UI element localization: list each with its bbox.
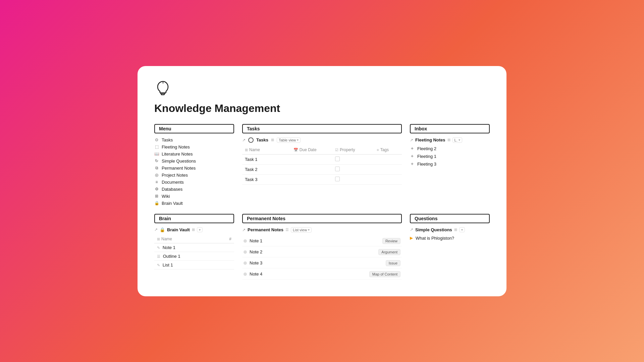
checkbox-task1[interactable]: [335, 157, 340, 161]
note-tag: Argument: [378, 249, 400, 255]
menu-list: ⊙ Tasks ⬚ Fleeting Notes 📖 Literature No…: [154, 137, 234, 206]
note-tag: Review: [382, 238, 400, 244]
gear-icon: ⚙: [154, 187, 159, 191]
list-item[interactable]: Note 3 Issue: [242, 258, 402, 268]
brain-subheader-label: Brain Vault: [167, 227, 190, 232]
menu-item-brain-vault[interactable]: 🔒 Brain Vault: [154, 201, 234, 206]
list-icon: ≡: [154, 180, 159, 184]
tasks-header: Tasks: [242, 124, 402, 133]
inbox-item-fleeting3[interactable]: ✦ Fleeting 3: [410, 162, 490, 167]
chevron-down-icon: ▾: [297, 138, 299, 142]
svg-rect-1: [161, 94, 164, 95]
menu-item-fleeting-notes[interactable]: ⬚ Fleeting Notes: [154, 144, 234, 149]
note-dot: [244, 273, 247, 276]
plus-icon3: ✦: [410, 162, 415, 166]
tasks-table: ⊞Name 📅Due Date ☑Property ≡Tags Task 1: [242, 145, 402, 185]
copy-icon: ⧉: [154, 166, 159, 170]
tasks-subheader-label: Tasks: [256, 137, 268, 142]
permanent-notes-widget: Permanent Notes ↗ Permanent Notes ☰ List…: [242, 214, 402, 280]
plus-icon: ✦: [410, 146, 415, 151]
question-item[interactable]: ▶ What is Phlogiston?: [410, 236, 490, 241]
chevron-down-icon5: ▾: [461, 228, 463, 232]
col-tags: ≡Tags: [374, 145, 402, 155]
main-card: Knowledge Management Menu ⊙ Tasks ⬚ Flee…: [138, 66, 506, 296]
target-icon: ◎: [154, 173, 159, 177]
table-row[interactable]: ✎ List 1: [154, 260, 234, 269]
tasks-subheader: ↗ Tasks ⊞ Table view ▾: [242, 137, 402, 143]
menu-item-project-notes[interactable]: ◎ Project Notes: [154, 173, 234, 178]
brain-arrow: ↗: [154, 227, 158, 232]
inbox-icon: ⬚: [154, 144, 159, 149]
refresh-icon: ↻: [154, 159, 159, 163]
note-dot: [244, 250, 247, 254]
q-subheader: ↗ Simple Questions ⊞ ▾: [410, 227, 490, 232]
plus-icon2: ✦: [410, 154, 415, 159]
inbox-item-fleeting2[interactable]: ✦ Fleeting 2: [410, 146, 490, 151]
page-title: Knowledge Management: [154, 102, 490, 115]
q-bullet-icon: ▶: [410, 236, 413, 240]
perm-list-icon: ☰: [285, 228, 289, 232]
brain-view-dropdown[interactable]: ▾: [197, 227, 203, 232]
perm-subheader-label: Permanent Notes: [248, 227, 283, 232]
list-item[interactable]: Note 1 Review: [242, 236, 402, 246]
lock-icon: 🔒: [154, 201, 159, 205]
view-dropdown[interactable]: Table view ▾: [277, 137, 301, 143]
tasks-circle-icon: [248, 137, 254, 143]
inbox-subheader-label: Fleeting Notes: [415, 137, 445, 142]
tasks-widget: Tasks ↗ Tasks ⊞ Table view ▾ ⊞Name 📅Due …: [242, 124, 402, 206]
list-item[interactable]: Note 4 Map of Content: [242, 269, 402, 280]
menu-item-documents[interactable]: ≡ Documents: [154, 180, 234, 185]
brain-header: Brain: [154, 214, 234, 223]
inbox-list: ✦ Fleeting 2 ✦ Fleeting 1 ✦ Fleeting 3: [410, 146, 490, 167]
inbox-arrow: ↗: [410, 138, 413, 142]
chevron-down-icon3: ▾: [199, 228, 201, 232]
checkbox-task2[interactable]: [335, 167, 340, 171]
permanent-notes-header: Permanent Notes: [242, 214, 402, 223]
permanent-notes-list: Note 1 Review Note 2 Argument Note 3: [242, 236, 402, 280]
inbox-view-dropdown[interactable]: L. ▾: [452, 137, 462, 143]
brain-widget: Brain ↗ 🔒 Brain Vault ⊞ ▾ ⊞Name #: [154, 214, 234, 280]
brain-table: ⊞Name # ✎ Note 1 ☰: [154, 235, 234, 269]
menu-item-wiki[interactable]: ⊞ Wiki: [154, 194, 234, 199]
check-icon: ⊙: [154, 137, 159, 142]
perm-view-dropdown[interactable]: List view ▾: [291, 227, 312, 233]
inbox-icon2: ⊞: [447, 138, 450, 142]
menu-item-databases[interactable]: ⚙ Databases: [154, 187, 234, 192]
q-icon: ⊞: [454, 228, 457, 232]
table-row[interactable]: Task 1: [242, 154, 402, 164]
q-subheader-label: Simple Questions: [415, 227, 452, 232]
questions-header: Questions: [410, 214, 490, 223]
chevron-down-icon4: ▾: [308, 228, 310, 232]
checkbox-task3[interactable]: [335, 177, 340, 181]
brain-col-name: ⊞Name: [154, 235, 217, 243]
top-row: Menu ⊙ Tasks ⬚ Fleeting Notes 📖 Literatu…: [154, 124, 490, 206]
grid-icon: ⊞: [154, 194, 159, 198]
q-arrow: ↗: [410, 227, 413, 232]
brain-grid-icon: ⊞: [192, 228, 195, 232]
col-name: ⊞Name: [242, 145, 291, 155]
perm-arrow: ↗: [242, 228, 246, 232]
note-tag: Map of Content: [369, 271, 400, 277]
menu-item-tasks[interactable]: ⊙ Tasks: [154, 137, 234, 142]
table-row[interactable]: ✎ Note 1: [154, 243, 234, 252]
brain-subheader: ↗ 🔒 Brain Vault ⊞ ▾: [154, 227, 234, 232]
bottom-row: Brain ↗ 🔒 Brain Vault ⊞ ▾ ⊞Name #: [154, 214, 490, 280]
inbox-widget: Inbox ↗ Fleeting Notes ⊞ L. ▾ ✦ Fleeting…: [410, 124, 490, 206]
table-row[interactable]: ☰ Outline 1: [154, 252, 234, 260]
menu-item-simple-questions[interactable]: ↻ Simple Questions: [154, 159, 234, 164]
inbox-item-fleeting1[interactable]: ✦ Fleeting 1: [410, 154, 490, 159]
col-property: ☑Property: [332, 145, 374, 155]
menu-widget: Menu ⊙ Tasks ⬚ Fleeting Notes 📖 Literatu…: [154, 124, 234, 206]
menu-header: Menu: [154, 124, 234, 133]
list-item[interactable]: Note 2 Argument: [242, 247, 402, 257]
menu-item-permanent-notes[interactable]: ⧉ Permanent Notes: [154, 166, 234, 171]
table-row[interactable]: Task 2: [242, 164, 402, 174]
perm-subheader: ↗ Permanent Notes ☰ List view ▾: [242, 227, 402, 233]
tasks-arrow: ↗: [242, 138, 246, 142]
note-dot: [244, 261, 247, 265]
q-view-dropdown[interactable]: ▾: [459, 227, 465, 232]
table-row[interactable]: Task 3: [242, 174, 402, 184]
note-tag: Issue: [386, 260, 400, 266]
menu-item-literature-notes[interactable]: 📖 Literature Notes: [154, 152, 234, 157]
book-icon: 📖: [154, 152, 159, 156]
